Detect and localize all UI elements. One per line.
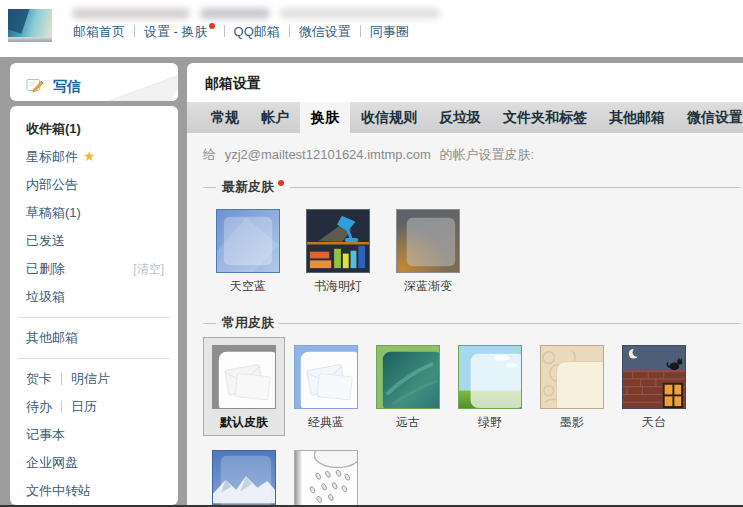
new-badge-dot [278, 180, 284, 186]
sidebar-item-other-mailboxes[interactable]: 其他邮箱 [10, 324, 178, 352]
top-navigation: 邮箱首页设置 - 换肤QQ邮箱微信设置同事圈 [73, 23, 409, 41]
divider [360, 25, 361, 37]
section-newest-skins: 最新皮肤 [203, 179, 743, 195]
sidebar-item-sent[interactable]: 已发送 [10, 227, 178, 255]
section-title: 常用皮肤 [222, 314, 274, 332]
skin-item-book-lamp[interactable]: 书海明灯 [293, 201, 383, 300]
divider [61, 373, 62, 385]
tab-skin[interactable]: 换肤 [300, 102, 350, 133]
skin-item-green-field[interactable]: 绿野 [449, 337, 531, 436]
page-title: 邮箱设置 [187, 63, 743, 102]
skin-settings-content: 给 yzj2@mailtest12101624.imtmp.com 的帐户设置皮… [187, 133, 743, 505]
newest-skin-row: 天空蓝 书海明灯 深蓝渐变 [203, 201, 743, 300]
censored-text [200, 8, 270, 19]
logo-thumbnail[interactable] [8, 9, 52, 42]
tab-general[interactable]: 常规 [200, 102, 250, 133]
compose-box: 写信 收信 通讯录 [10, 63, 178, 101]
skin-item-sky-blue[interactable]: 天空蓝 [203, 201, 293, 300]
sidebar: 写信 收信 通讯录 收件箱(1) 星标邮件★ 内部公告 [10, 63, 178, 505]
skin-item-mood-sketch[interactable]: 心情速写 [285, 442, 367, 505]
greeting-card-link[interactable]: 贺卡 [26, 371, 52, 386]
tab-wechat-settings[interactable]: 微信设置 [676, 102, 743, 133]
nav-link-colleague-circle[interactable]: 同事圈 [370, 24, 409, 39]
skin-item-ancient[interactable]: 远古 [367, 337, 449, 436]
sidebar-item-todo-calendar: 待办日历 [10, 393, 178, 421]
sidebar-item-drafts[interactable]: 草稿箱(1) [10, 199, 178, 227]
tab-mail-rules[interactable]: 收信规则 [350, 102, 428, 133]
skin-item-ink-shadow[interactable]: 墨影 [531, 337, 613, 436]
skin-thumb-default [212, 345, 276, 409]
nav-link-settings-skin[interactable]: 设置 - 换肤 [144, 24, 208, 39]
nav-link-mail-home[interactable]: 邮箱首页 [73, 24, 125, 39]
skin-thumb-classic-blue [294, 345, 358, 409]
nav-link-qqmail[interactable]: QQ邮箱 [234, 24, 280, 39]
folder-box: 收件箱(1) 星标邮件★ 内部公告 草稿箱(1) 已发送 已删除 [清空] 垃圾… [10, 106, 178, 505]
divider [289, 25, 290, 37]
section-common-skins: 常用皮肤 [203, 315, 743, 331]
sidebar-item-notes[interactable]: 记事本 [10, 421, 178, 449]
sidebar-item-announcements[interactable]: 内部公告 [10, 171, 178, 199]
sidebar-item-enterprise-drive[interactable]: 企业网盘 [10, 449, 178, 477]
common-skin-row-1: 默认皮肤 经典蓝 远古 绿野 墨影 [203, 337, 743, 436]
sidebar-item-starred[interactable]: 星标邮件★ [10, 143, 178, 171]
postcard-link[interactable]: 明信片 [71, 371, 110, 386]
star-icon: ★ [83, 148, 96, 164]
app-frame: 写信 收信 通讯录 收件箱(1) 星标邮件★ 内部公告 [0, 57, 743, 505]
tab-other-mailboxes[interactable]: 其他邮箱 [598, 102, 676, 133]
skin-thumb-deep-blue-gradient [396, 209, 460, 273]
main-panel: 邮箱设置 常规 帐户 换肤 收信规则 反垃圾 文件夹和标签 其他邮箱 微信设置 … [187, 63, 743, 505]
divider [18, 317, 170, 318]
skin-thumb-sky-blue [216, 209, 280, 273]
divider [290, 187, 741, 188]
account-email: yzj2@mailtest12101624.imtmp.com [225, 147, 431, 162]
divider [61, 401, 62, 413]
skin-item-deep-blue-gradient[interactable]: 深蓝渐变 [383, 201, 473, 300]
compose-button[interactable]: 写信 [10, 68, 178, 101]
skin-thumb-blue-plateau [212, 450, 276, 505]
divider [203, 323, 216, 324]
nav-link-wechat-settings[interactable]: 微信设置 [299, 24, 351, 39]
new-badge-dot [209, 23, 215, 29]
tab-folders-labels[interactable]: 文件夹和标签 [492, 102, 598, 133]
skin-thumb-ink-shadow [540, 345, 604, 409]
compose-icon [26, 76, 44, 97]
skin-item-rooftop[interactable]: 天台 [613, 337, 695, 436]
sidebar-item-deleted[interactable]: 已删除 [清空] [10, 255, 178, 283]
divider [278, 323, 741, 324]
divider [203, 187, 216, 188]
sidebar-item-cards: 贺卡明信片 [10, 365, 178, 393]
skin-item-default[interactable]: 默认皮肤 [203, 337, 285, 436]
sidebar-item-inbox[interactable]: 收件箱(1) [10, 115, 178, 143]
section-title: 最新皮肤 [222, 178, 274, 196]
divider [224, 25, 225, 37]
todo-link[interactable]: 待办 [26, 399, 52, 414]
skin-item-blue-plateau[interactable]: 蓝色高原 [203, 442, 285, 505]
sidebar-item-file-transfer[interactable]: 文件中转站 [10, 477, 178, 505]
divider [18, 358, 170, 359]
compose-label: 写信 [53, 78, 81, 96]
calendar-link[interactable]: 日历 [71, 399, 97, 414]
divider [134, 25, 135, 37]
account-line: 给 yzj2@mailtest12101624.imtmp.com 的帐户设置皮… [203, 146, 743, 164]
tab-account[interactable]: 帐户 [250, 102, 300, 133]
skin-thumb-mood-sketch [294, 450, 358, 505]
skin-thumb-ancient [376, 345, 440, 409]
skin-item-classic-blue[interactable]: 经典蓝 [285, 337, 367, 436]
censored-text [280, 8, 440, 19]
skin-thumb-book-lamp [306, 209, 370, 273]
skin-thumb-rooftop [622, 345, 686, 409]
tab-anti-spam[interactable]: 反垃圾 [428, 102, 492, 133]
empty-trash-link[interactable]: [清空] [133, 261, 164, 278]
censored-text [72, 8, 190, 19]
settings-tabbar: 常规 帐户 换肤 收信规则 反垃圾 文件夹和标签 其他邮箱 微信设置 [187, 102, 743, 133]
top-bar: 邮箱首页设置 - 换肤QQ邮箱微信设置同事圈 [0, 0, 743, 57]
sidebar-item-junk[interactable]: 垃圾箱 [10, 283, 178, 311]
skin-thumb-green-field [458, 345, 522, 409]
common-skin-row-2: 蓝色高原 心情速写 [203, 442, 743, 505]
